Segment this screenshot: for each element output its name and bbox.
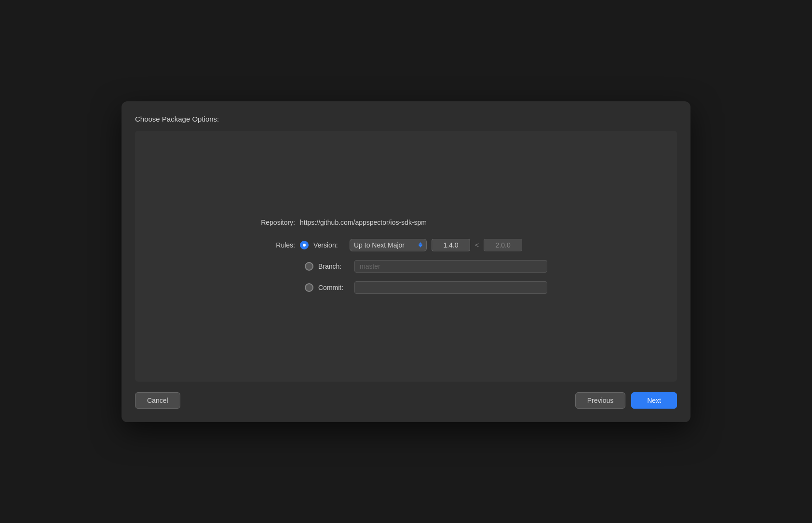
version-row: Rules: Version: Up to Next Major < [247,239,565,251]
commit-row: Commit: [247,281,565,294]
version-max-input[interactable] [484,239,522,251]
arrow-down-icon [419,245,422,248]
content-area: Repository: https://github.com/appspecto… [135,131,677,382]
version-dropdown[interactable]: Up to Next Major [350,239,427,251]
bottom-bar: Cancel Previous Next [135,392,677,409]
package-options-dialog: Choose Package Options: Repository: http… [122,101,690,422]
branch-row: Branch: [247,260,565,273]
rules-label: Rules: [247,241,295,249]
repository-row: Repository: https://github.com/appspecto… [247,219,565,226]
version-option-text: Up to Next Major [354,241,405,249]
commit-label: Commit: [318,284,350,291]
dialog-title: Choose Package Options: [135,115,677,123]
version-label: Version: [313,241,345,249]
branch-label: Branch: [318,262,350,270]
commit-radio[interactable] [305,283,313,292]
form-section: Repository: https://github.com/appspecto… [247,219,565,294]
dropdown-arrows-icon [419,242,422,248]
arrow-up-icon [419,242,422,245]
cancel-button[interactable]: Cancel [135,392,180,409]
next-button[interactable]: Next [631,392,677,409]
repository-label: Repository: [247,219,295,226]
commit-input[interactable] [354,281,547,294]
less-than-symbol: < [475,241,479,249]
version-min-input[interactable] [432,239,470,251]
repository-url: https://github.com/appspector/ios-sdk-sp… [300,219,427,226]
branch-input[interactable] [354,260,547,273]
version-radio[interactable] [300,241,309,249]
branch-radio[interactable] [305,262,313,271]
right-buttons: Previous Next [575,392,677,409]
previous-button[interactable]: Previous [575,392,625,409]
